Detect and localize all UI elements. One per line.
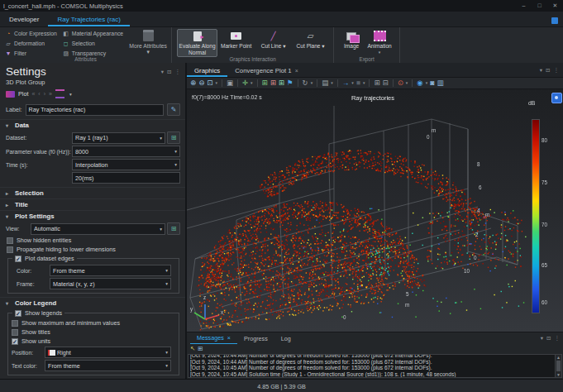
messages-more-icon[interactable]: ⋮ [555, 335, 561, 342]
section-title[interactable]: ▸ Title [0, 198, 185, 210]
go-to-view-button[interactable]: ⊞ [167, 222, 180, 235]
show-hidden-entities-checkbox[interactable] [7, 237, 13, 244]
rotate-view-icon-dropdown[interactable]: ▾ [311, 80, 313, 85]
show-hidden-entities-row[interactable]: Show hidden entities [0, 236, 185, 245]
section-data[interactable]: ▾ Data [0, 119, 185, 131]
settings-menu-icon[interactable]: ▾ [161, 69, 164, 75]
scene-appearance-icon-dropdown[interactable]: ▾ [331, 80, 333, 85]
run-plot-icon-dropdown[interactable]: ▾ [351, 80, 354, 85]
scene-appearance-icon[interactable]: ▤ [322, 78, 328, 88]
environment-icon-dropdown[interactable]: ▾ [363, 80, 365, 85]
zoom-out-icon[interactable]: ⊖ [198, 78, 204, 88]
tab-convergence-close-icon[interactable]: × [295, 68, 298, 74]
messages-menu-icon[interactable]: ▾ [541, 335, 543, 342]
zoom-in-icon[interactable]: ⊕ [190, 78, 196, 88]
plot-first-icon[interactable]: « [31, 91, 35, 97]
run-plot-icon[interactable]: → [342, 78, 350, 88]
edge-color-select[interactable]: From theme ▾ [50, 265, 171, 276]
default-3d-view-icon[interactable]: ◉ [417, 78, 422, 88]
settings-float-icon[interactable]: ⊡ [167, 69, 171, 75]
plot-dataset-edges-checkbox[interactable]: ✓ [15, 256, 21, 262]
scrollbar-thumb[interactable] [556, 361, 561, 371]
zoom-box-icon[interactable]: ▣ [227, 78, 233, 88]
go-to-dataset-button[interactable]: ⊞ [167, 131, 180, 144]
tab-ray-trajectories[interactable]: Ray Trajectories (rac) [48, 13, 129, 26]
deformation-button[interactable]: ▱ Deformation [5, 39, 57, 48]
animation-button[interactable]: Animation ▾ [364, 29, 395, 55]
settings-more-icon[interactable]: ⋮ [175, 69, 181, 75]
select-highlight-icon[interactable]: ⊙ [398, 78, 403, 88]
go-to-xy-view-icon[interactable]: ⊞ [262, 78, 268, 88]
evaluate-along-normal-button[interactable]: ▸ Evaluate Along Normal [177, 29, 217, 57]
tab-convergence-plot[interactable]: Convergence Plot 1 × [227, 65, 306, 77]
graphics-float-icon[interactable]: ⊡ [546, 67, 550, 74]
ribbon-help-icon[interactable] [551, 17, 558, 24]
plot-dataset-edges-row[interactable]: ✓ Plot dataset edges [12, 255, 77, 262]
show-maxmin-row[interactable]: Show maximum and minimum values [11, 318, 176, 327]
time-select[interactable]: Interpolation ▾ [72, 159, 180, 170]
legend-position-select[interactable]: Right ▾ [45, 347, 171, 358]
single-view-icon[interactable]: ⊟ [383, 78, 389, 88]
show-legends-row[interactable]: ✓ Show legends [12, 309, 64, 317]
section-color-legend[interactable]: ▾ Color Legend [0, 297, 185, 308]
scroll-up-icon[interactable]: ▲ [556, 355, 561, 360]
show-legends-checkbox[interactable]: ✓ [15, 310, 21, 317]
plot-in-group-icon[interactable] [55, 89, 64, 98]
messages-scrollbar[interactable]: ▲ ▼ [555, 355, 561, 377]
plot-previous-icon[interactable]: ‹ [38, 91, 40, 97]
rotate-view-icon[interactable]: ↻ [303, 78, 308, 88]
show-maxmin-checkbox[interactable] [12, 320, 18, 327]
environment-icon[interactable]: ■ [356, 78, 360, 88]
time-extra-input[interactable]: 20(ms) [72, 172, 180, 184]
section-selection[interactable]: ▸ Selection [0, 187, 185, 198]
select-highlight-icon-dropdown[interactable]: ▾ [406, 80, 408, 85]
more-attributes-button[interactable]: More Attributes ▾ [129, 29, 167, 55]
color-expression-button[interactable]: ◔ Color Expression [5, 29, 57, 38]
show-units-checkbox[interactable]: ✓ [12, 338, 18, 345]
default-3d-view-icon-dropdown[interactable]: ▾ [426, 80, 428, 85]
marker-point-button[interactable]: Marker Point [217, 29, 255, 50]
propagate-hiding-checkbox[interactable] [7, 246, 13, 253]
tab-messages-close-icon[interactable]: × [227, 334, 231, 342]
label-input[interactable]: Ray Trajectories (rac) [26, 104, 164, 116]
tab-messages[interactable]: Messages × [190, 333, 237, 344]
image-button[interactable]: Image [339, 29, 364, 50]
maximize-icon[interactable]: □ [532, 0, 547, 12]
frame-select[interactable]: Material (x, y, z) ▾ [50, 278, 171, 289]
plot-next-icon[interactable]: › [44, 91, 45, 97]
tab-progress[interactable]: Progress [237, 334, 274, 344]
rename-button[interactable]: ✎ [167, 103, 180, 116]
cut-plane-button[interactable]: ▱ Cut Plane ▾ [292, 29, 329, 50]
graphics-menu-icon[interactable]: ▾ [540, 67, 542, 74]
print-icon[interactable]: ▥ [437, 78, 443, 88]
tab-developer[interactable]: Developer [0, 13, 48, 26]
snapshot-icon[interactable]: ◙ [430, 78, 434, 88]
go-to-zx-view-icon[interactable]: ⊞ [279, 78, 284, 88]
scroll-down-icon[interactable]: ▼ [556, 372, 561, 377]
copy-text-icon[interactable]: ⊞ [198, 344, 203, 354]
section-plot-settings[interactable]: ▾ Plot Settings [0, 210, 185, 222]
go-to-yz-view-icon[interactable]: ⊞ [270, 78, 276, 88]
material-appearance-button[interactable]: ◧ Material Appearance [63, 29, 123, 38]
cut-line-button[interactable]: ╱ Cut Line ▾ [255, 29, 292, 50]
minimize-icon[interactable]: – [516, 0, 532, 12]
scene-flag-icon[interactable]: ⚑ [287, 78, 293, 88]
split-view-icon[interactable]: ⊞ [374, 78, 379, 88]
plot-button[interactable]: Plot [18, 90, 28, 98]
messages-list[interactable]: [Oct 9, 2024, 10:44 AM] Number of degree… [188, 354, 562, 378]
plot-last-icon[interactable]: » [49, 91, 52, 97]
plot-viewport[interactable]: f0(7)=8000 Hz Time=0.02 s Ray trajectori… [187, 89, 563, 332]
propagate-hiding-row[interactable]: Propagate hiding to lower dimensions [0, 245, 185, 254]
view-orientation-icon-dropdown[interactable]: ▾ [250, 80, 253, 85]
show-units-row[interactable]: ✓ Show units [11, 337, 176, 346]
select-pointer-icon[interactable]: ↖ [190, 344, 195, 354]
show-titles-row[interactable]: Show titles [11, 327, 176, 337]
zoom-extents-icon-dropdown[interactable]: ▾ [215, 80, 217, 85]
view-select[interactable]: Automatic ▾ [31, 223, 165, 235]
dataset-select[interactable]: Ray 1 (ray1) ▾ [72, 132, 165, 144]
parameter-select[interactable]: 8000 ▾ [72, 146, 180, 157]
zoom-extents-icon[interactable]: ⊡ [207, 78, 212, 88]
messages-float-icon[interactable]: ⊡ [546, 335, 551, 342]
view-orientation-icon[interactable]: ✛ [242, 78, 248, 88]
context-help-icon[interactable] [551, 93, 562, 103]
